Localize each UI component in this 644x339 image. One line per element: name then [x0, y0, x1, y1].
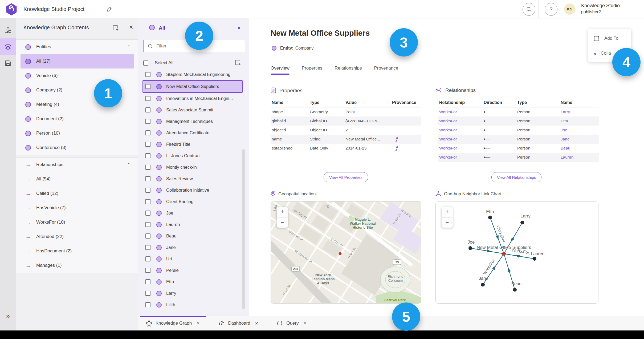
list-item[interactable]: Innovations in Mechanical Engin... [142, 93, 243, 104]
list-item[interactable]: Jane [142, 242, 243, 253]
relationship-link[interactable]: WorksFor [438, 110, 483, 114]
list-item[interactable]: Collaboration initiative [142, 184, 243, 196]
list-item[interactable]: Persie [142, 265, 243, 276]
item-checkbox[interactable] [145, 302, 150, 307]
search-button[interactable] [523, 3, 535, 16]
item-checkbox[interactable] [145, 222, 150, 227]
layers-icon[interactable] [0, 38, 16, 55]
zoom-out-button[interactable]: − [442, 217, 453, 228]
item-checkbox[interactable] [145, 245, 150, 250]
item-checkbox[interactable] [145, 188, 150, 193]
sidebar-item-hasdocument[interactable]: →HasDocument (2) [16, 244, 138, 258]
item-checkbox[interactable] [145, 107, 150, 112]
chevron-up-icon[interactable]: ⌃ [127, 162, 131, 167]
item-checkbox[interactable] [145, 165, 150, 170]
item-checkbox[interactable] [145, 142, 150, 147]
relationship-link[interactable]: WorksFor [438, 128, 483, 132]
save-icon[interactable] [0, 55, 16, 71]
sidebar-item-document[interactable]: Document (2) [16, 112, 138, 126]
item-checkbox[interactable] [145, 72, 150, 77]
user-block[interactable]: Knowledge Studio publisher2 [581, 3, 620, 15]
tab-relationships[interactable]: Relationships [335, 66, 362, 75]
sidebar-item-conference[interactable]: Conference (3) [16, 140, 138, 155]
one-hop-link-chart[interactable]: WorksForWorksForWorksForNew Metal Office… [435, 201, 598, 304]
list-item[interactable]: Sales Associate Summit [142, 104, 243, 116]
item-checkbox[interactable] [145, 211, 150, 216]
zoom-out-button[interactable]: − [277, 217, 288, 228]
org-chart-icon[interactable] [0, 22, 16, 38]
map-zoom-control[interactable]: + − [277, 207, 288, 228]
tab-knowledge-graph[interactable]: Knowledge Graph ✕ [140, 316, 206, 330]
entity-name-link[interactable]: Beau [560, 146, 599, 151]
view-all-relationships-button[interactable]: View All Relationships [491, 172, 541, 182]
list-item[interactable]: Beau [142, 230, 243, 242]
collapse-panel-icon[interactable]: « [238, 25, 241, 31]
sidebar-item-called[interactable]: →Called (12) [16, 186, 138, 201]
section-header-entities[interactable]: Entities⌃ [16, 40, 138, 54]
sidebar-item-person[interactable]: Person (10) [16, 126, 138, 140]
sidebar-item-attended[interactable]: →Attended (22) [16, 229, 138, 244]
relationship-link[interactable]: WorksFor [438, 119, 483, 123]
sidebar-item-all[interactable]: →All (54) [16, 172, 138, 186]
close-panel-icon[interactable]: ✕ [129, 24, 133, 30]
sidebar-item-all[interactable]: All (27) [21, 54, 134, 68]
expand-rail-icon[interactable]: » [0, 312, 16, 320]
item-checkbox[interactable] [145, 233, 150, 239]
select-all-row[interactable]: Select All [143, 58, 244, 68]
cell-provenance[interactable] [391, 146, 421, 151]
entity-name-link[interactable]: Joe [560, 128, 599, 132]
add-item-icon[interactable] [235, 59, 241, 66]
item-checkbox[interactable] [145, 96, 150, 101]
add-to-menu-item[interactable]: Add To [588, 31, 631, 46]
close-tab-icon[interactable]: ✕ [303, 321, 307, 326]
list-item[interactable]: Managment Techniques [142, 116, 243, 127]
item-checkbox[interactable] [145, 176, 150, 181]
item-checkbox[interactable] [145, 130, 150, 135]
item-checkbox[interactable] [145, 199, 150, 204]
chart-zoom-control[interactable]: + − [442, 207, 453, 228]
edit-title-icon[interactable] [107, 6, 112, 12]
entity-name-link[interactable]: Etta [560, 119, 599, 123]
select-all-checkbox[interactable] [143, 60, 148, 66]
cell-provenance[interactable] [391, 136, 421, 142]
tab-overview[interactable]: Overview [271, 66, 290, 75]
list-item[interactable]: Joe [142, 207, 243, 219]
list-item[interactable]: Attendance Certificate [142, 127, 243, 139]
sidebar-item-manages[interactable]: →Manages (1) [16, 258, 138, 273]
list-item[interactable]: Client Briefing [142, 196, 243, 207]
add-layer-icon[interactable] [112, 25, 119, 31]
tab-dashboard[interactable]: Dashboard ✕ [213, 316, 264, 330]
item-checkbox[interactable] [145, 268, 150, 273]
list-item[interactable]: Staplers Mechanical Engineering [142, 69, 243, 80]
item-checkbox[interactable] [145, 279, 150, 284]
sidebar-item-vehicle[interactable]: Vehicle (6) [16, 68, 138, 83]
list-item[interactable]: New Metal Office Suppliers [142, 80, 243, 93]
view-all-properties-button[interactable]: View All Properties [324, 172, 368, 182]
item-checkbox[interactable] [145, 256, 150, 261]
list-item[interactable]: Larry [142, 288, 243, 299]
geospatial-map[interactable]: k RdW Clay StSaMarshall StW Marshall StE… [271, 201, 421, 304]
section-header-relationships[interactable]: →Relationships⌃ [16, 158, 138, 172]
list-scrollbar[interactable] [242, 149, 245, 309]
item-checkbox[interactable] [145, 84, 150, 89]
entity-name-link[interactable]: Larry [560, 110, 599, 114]
list-item[interactable]: Etta [142, 276, 243, 288]
list-item[interactable]: Firebird Title [142, 139, 243, 150]
item-checkbox[interactable] [145, 119, 150, 124]
entity-name-link[interactable]: Lauren [560, 155, 599, 160]
list-item[interactable]: L. Jones Contract [142, 150, 243, 162]
relationship-link[interactable]: WorksFor [438, 137, 483, 142]
tab-properties[interactable]: Properties [302, 66, 322, 75]
close-tab-icon[interactable]: ✕ [196, 321, 200, 326]
entity-name-link[interactable]: Jane [560, 137, 599, 142]
list-item[interactable]: Lilith [142, 299, 243, 310]
tab-query[interactable]: { } Query ✕ [271, 316, 313, 330]
item-checkbox[interactable] [145, 291, 150, 296]
list-item[interactable]: Sales Review [142, 173, 243, 184]
close-tab-icon[interactable]: ✕ [255, 321, 258, 326]
zoom-in-button[interactable]: + [277, 207, 288, 217]
chevron-up-icon[interactable]: ⌃ [127, 45, 131, 49]
tab-provenance[interactable]: Provenance [374, 66, 398, 75]
item-checkbox[interactable] [145, 153, 150, 158]
relationship-link[interactable]: WorksFor [438, 155, 483, 160]
